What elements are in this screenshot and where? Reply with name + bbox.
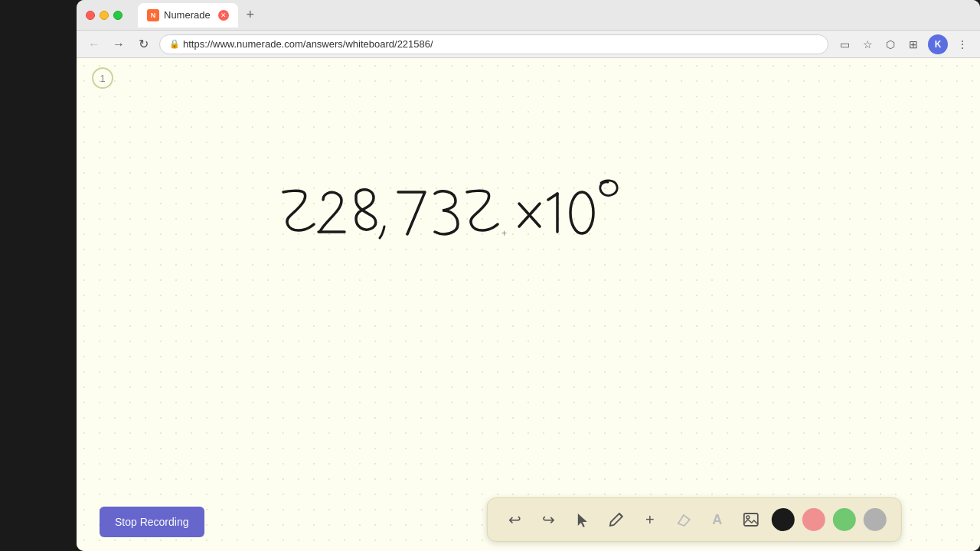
eraser-icon <box>676 512 691 527</box>
whiteboard-area[interactable]: 1 <box>77 58 980 551</box>
color-black-button[interactable] <box>772 508 795 531</box>
redo-button[interactable]: ↪ <box>534 504 564 535</box>
active-tab[interactable]: N Numerade ✕ <box>138 3 238 28</box>
page-indicator: 1 <box>92 67 113 89</box>
svg-point-3 <box>746 516 750 519</box>
screen-record-icon[interactable]: ▭ <box>836 36 853 53</box>
color-pink-button[interactable] <box>802 508 825 531</box>
back-button[interactable]: ← <box>86 36 103 53</box>
cursor-tool-button[interactable] <box>567 504 598 535</box>
refresh-button[interactable]: ↻ <box>135 36 152 53</box>
stop-recording-button[interactable]: Stop Recording <box>100 507 204 537</box>
minimize-button[interactable] <box>100 11 109 20</box>
maximize-button[interactable] <box>113 11 122 20</box>
tab-close-icon[interactable]: ✕ <box>218 10 229 21</box>
browser-menu-icon[interactable]: ⋮ <box>954 36 971 53</box>
tab-favicon: N <box>147 9 159 21</box>
tab-bar: N Numerade ✕ + <box>138 0 971 30</box>
add-button[interactable]: + <box>635 504 665 535</box>
url-input[interactable]: 🔒 https://www.numerade.com/answers/white… <box>159 34 828 54</box>
pen-tool-button[interactable] <box>601 504 632 535</box>
svg-rect-2 <box>744 514 758 526</box>
traffic-lights <box>86 11 122 20</box>
extensions-icon[interactable]: ⬡ <box>882 36 899 53</box>
forward-button[interactable]: → <box>110 36 127 53</box>
bottom-toolbar: ↩ ↪ + <box>487 497 902 542</box>
pen-icon <box>609 512 624 527</box>
eraser-tool-button[interactable] <box>668 504 699 535</box>
sidebar-icon[interactable]: ⊞ <box>905 36 922 53</box>
cursor-icon <box>575 512 590 527</box>
url-text: https://www.numerade.com/answers/whitebo… <box>183 38 433 50</box>
image-tool-button[interactable] <box>736 504 766 535</box>
svg-point-0 <box>570 192 593 233</box>
text-tool-button[interactable]: A <box>702 504 733 535</box>
color-gray-button[interactable] <box>864 508 887 531</box>
bookmark-icon[interactable]: ☆ <box>859 36 876 53</box>
close-button[interactable] <box>86 11 95 20</box>
browser-window: N Numerade ✕ + ← → ↻ 🔒 https://www.numer… <box>77 0 980 551</box>
title-bar: N Numerade ✕ + <box>77 0 980 31</box>
svg-text:+: + <box>501 228 507 239</box>
user-avatar[interactable]: K <box>928 34 948 54</box>
image-icon <box>743 511 760 528</box>
browser-toolbar-icons: ▭ ☆ ⬡ ⊞ K ⋮ <box>836 34 971 54</box>
lock-icon: 🔒 <box>169 39 180 49</box>
math-content: + <box>276 177 643 264</box>
undo-button[interactable]: ↩ <box>500 504 531 535</box>
address-bar: ← → ↻ 🔒 https://www.numerade.com/answers… <box>77 31 980 58</box>
math-svg: + <box>276 177 643 261</box>
tab-label: Numerade <box>164 9 211 21</box>
color-green-button[interactable] <box>833 508 856 531</box>
new-tab-button[interactable]: + <box>241 6 260 24</box>
